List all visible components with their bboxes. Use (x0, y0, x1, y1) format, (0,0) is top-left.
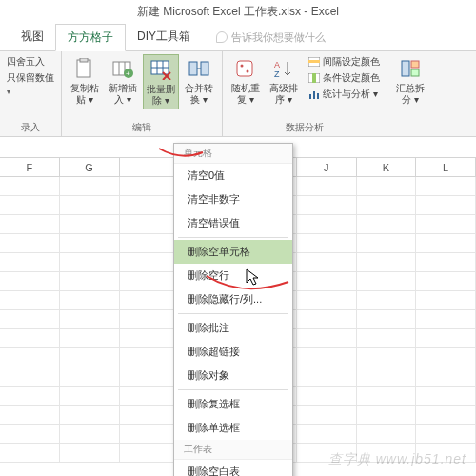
menu-delete-objects[interactable]: 删除对象 (174, 364, 292, 387)
btn-merge-convert[interactable]: 合并转 换 ▾ (181, 54, 217, 109)
btn-sort[interactable]: AZ 高级排 序 ▾ (266, 54, 302, 108)
grid-cond-icon (308, 73, 320, 83)
chart-icon (308, 89, 320, 99)
svg-rect-13 (189, 62, 197, 75)
col-header-j[interactable]: J (297, 158, 357, 176)
bulb-icon (216, 31, 228, 43)
svg-rect-29 (411, 69, 419, 76)
tab-view[interactable]: 视图 (10, 24, 55, 50)
dice-icon (234, 58, 257, 79)
btn-input-more[interactable]: ▾ (5, 87, 56, 97)
svg-rect-26 (317, 93, 319, 99)
svg-rect-23 (312, 73, 316, 83)
menu-delete-empty-cells[interactable]: 删除空单元格 (174, 240, 292, 264)
tab-fangfang[interactable]: 方方格子 (55, 24, 126, 51)
annotation-arrow-1 (157, 147, 205, 166)
group-data: 随机重 复 ▾ AZ 高级排 序 ▾ 间隔设定颜色 条件设定颜色 统计与分析 ▾… (223, 51, 387, 136)
col-header-l[interactable]: L (416, 158, 476, 176)
btn-keep-value[interactable]: 只保留数值 (5, 70, 56, 86)
svg-rect-0 (77, 60, 90, 77)
svg-text:Z: Z (274, 69, 280, 79)
watermark: 查字典 www.jb51.net (328, 451, 466, 468)
tell-me[interactable]: 告诉我你想要做什么 (202, 24, 326, 50)
split-icon (399, 58, 422, 79)
svg-rect-27 (402, 61, 409, 76)
ribbon-tabs: 视图 方方格子 DIY工具箱 告诉我你想要做什么 (0, 24, 476, 51)
btn-summary-split[interactable]: 汇总拆 分 ▾ (392, 54, 428, 108)
menu-delete-hyperlinks[interactable]: 删除超链接 (174, 340, 292, 364)
menu-section-sheet: 工作表 (174, 440, 292, 460)
btn-stats[interactable]: 统计与分析 ▾ (307, 87, 382, 102)
btn-round[interactable]: 四舍五入 (5, 54, 56, 69)
svg-rect-24 (309, 94, 311, 99)
btn-random[interactable]: 随机重 复 ▾ (228, 54, 264, 108)
btn-interval-color[interactable]: 间隔设定颜色 (307, 54, 382, 69)
col-header-k[interactable]: K (357, 158, 417, 176)
svg-rect-28 (411, 61, 419, 68)
grid-color-icon (308, 57, 320, 67)
merge-icon (188, 58, 210, 79)
batch-delete-menu: 单元格 清空0值 清空非数字 清空错误值 删除空单元格 删除空行 删除隐藏行/列… (173, 143, 293, 476)
group-label-data: 数据分析 (228, 121, 382, 134)
btn-batch-delete[interactable]: 批量删 除 ▾ (143, 54, 179, 109)
menu-delete-empty-sheet[interactable]: 删除空白表 (174, 460, 292, 476)
svg-rect-15 (237, 61, 252, 76)
insert-icon: + (111, 58, 134, 79)
col-header-g[interactable]: G (60, 158, 120, 176)
menu-clear-nonnum[interactable]: 清空非数字 (174, 188, 292, 211)
group-summary: 汇总拆 分 ▾ (387, 51, 433, 136)
svg-text:+: + (126, 69, 130, 78)
group-label-edit: 编辑 (67, 121, 217, 134)
group-edit: 复制粘 贴 ▾ + 新增插 入 ▾ 批量删 除 ▾ 合并转 换 ▾ 编辑 (62, 51, 223, 136)
svg-text:A: A (274, 60, 280, 69)
menu-delete-checkbox[interactable]: 删除复选框 (174, 392, 292, 416)
svg-point-16 (241, 65, 244, 68)
window-title: 新建 Microsoft Excel 工作表.xlsx - Excel (0, 0, 476, 24)
menu-delete-comments[interactable]: 删除批注 (174, 316, 292, 340)
menu-clear-zero[interactable]: 清空0值 (174, 164, 292, 188)
svg-rect-25 (313, 91, 315, 99)
group-input: 四舍五入 只保留数值 ▾ 录入 (0, 51, 62, 136)
cursor-icon (246, 268, 261, 288)
btn-condition-color[interactable]: 条件设定颜色 (307, 70, 382, 86)
group-label-input: 录入 (5, 121, 56, 134)
menu-delete-radio[interactable]: 删除单选框 (174, 416, 292, 440)
delete-grid-icon (149, 59, 172, 80)
svg-point-17 (247, 70, 249, 73)
svg-rect-21 (308, 60, 320, 63)
svg-rect-14 (201, 62, 208, 75)
sort-icon: AZ (272, 58, 295, 79)
ribbon: 四舍五入 只保留数值 ▾ 录入 复制粘 贴 ▾ + 新增插 入 ▾ 批量删 除 … (0, 51, 476, 137)
svg-rect-1 (80, 58, 88, 62)
btn-new-insert[interactable]: + 新增插 入 ▾ (105, 54, 141, 109)
tell-me-text: 告诉我你想要做什么 (231, 30, 326, 45)
clipboard-icon (73, 58, 96, 79)
btn-copy-paste[interactable]: 复制粘 贴 ▾ (67, 54, 103, 109)
menu-clear-error[interactable]: 清空错误值 (174, 211, 292, 235)
tab-diy[interactable]: DIY工具箱 (126, 24, 202, 50)
col-header-f[interactable]: F (0, 158, 60, 176)
